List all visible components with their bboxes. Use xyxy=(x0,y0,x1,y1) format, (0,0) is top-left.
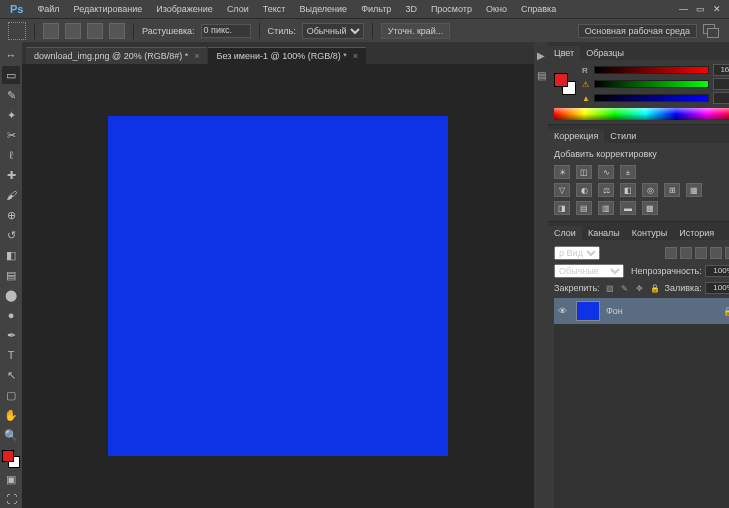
stamp-tool[interactable]: ⊕ xyxy=(2,206,20,224)
marquee-tool[interactable]: ▭ xyxy=(2,66,20,84)
b-value[interactable]: 1 xyxy=(713,92,729,104)
lasso-tool[interactable]: ✎ xyxy=(2,86,20,104)
menu-text[interactable]: Текст xyxy=(257,2,292,16)
foreground-swatch[interactable] xyxy=(2,450,14,462)
vibrance-icon[interactable]: ▽ xyxy=(554,183,570,197)
menu-select[interactable]: Выделение xyxy=(293,2,353,16)
menu-3d[interactable]: 3D xyxy=(399,2,423,16)
tab-layers[interactable]: Слои xyxy=(548,226,582,240)
workspace-switcher[interactable]: Основная рабочая среда xyxy=(578,24,697,38)
history-panel-icon[interactable]: ▶ xyxy=(534,48,548,62)
quickmask-toggle[interactable]: ▣ xyxy=(2,470,20,488)
move-tool[interactable]: ↔ xyxy=(2,46,20,64)
history-brush-tool[interactable]: ↺ xyxy=(2,226,20,244)
tab-adjustments[interactable]: Коррекция xyxy=(548,129,604,143)
menu-window[interactable]: Окно xyxy=(480,2,513,16)
visibility-toggle-icon[interactable]: 👁 xyxy=(558,306,570,316)
crop-tool[interactable]: ✂ xyxy=(2,126,20,144)
menu-image[interactable]: Изображение xyxy=(150,2,219,16)
canvas[interactable] xyxy=(108,116,448,456)
shape-tool[interactable]: ▢ xyxy=(2,386,20,404)
photofilter-icon[interactable]: ◎ xyxy=(642,183,658,197)
zoom-tool[interactable]: 🔍 xyxy=(2,426,20,444)
current-tool-icon[interactable] xyxy=(8,22,26,40)
tab-swatches[interactable]: Образцы xyxy=(580,46,630,60)
eyedropper-tool[interactable]: ℓ xyxy=(2,146,20,164)
b-slider[interactable] xyxy=(594,94,709,102)
layer-item[interactable]: 👁 Фон 🔒 xyxy=(554,298,729,324)
eraser-tool[interactable]: ◧ xyxy=(2,246,20,264)
refine-edge-button[interactable]: Уточн. край... xyxy=(381,23,451,39)
websafe-warning-icon[interactable]: ▲ xyxy=(582,94,590,103)
colorbalance-icon[interactable]: ⚖ xyxy=(598,183,614,197)
tab-channels[interactable]: Каналы xyxy=(582,226,626,240)
tab-paths[interactable]: Контуры xyxy=(626,226,673,240)
feather-input[interactable]: 0 пикс. xyxy=(201,24,251,38)
levels-icon[interactable]: ◫ xyxy=(576,165,592,179)
blend-mode-select[interactable]: Обычные xyxy=(554,264,624,278)
wand-tool[interactable]: ✦ xyxy=(2,106,20,124)
invert-icon[interactable]: ◨ xyxy=(554,201,570,215)
brush-tool[interactable]: 🖌 xyxy=(2,186,20,204)
canvas-viewport[interactable] xyxy=(22,64,534,508)
tab-color[interactable]: Цвет xyxy=(548,46,580,60)
tab-close-icon[interactable]: × xyxy=(353,51,358,61)
panel-color-swatches[interactable] xyxy=(554,73,576,95)
g-value[interactable]: 1 xyxy=(713,78,729,90)
g-slider[interactable] xyxy=(594,80,709,88)
filter-shape-icon[interactable] xyxy=(710,247,722,259)
fill-value[interactable]: 100% xyxy=(705,282,729,294)
opacity-value[interactable]: 100% xyxy=(705,265,729,277)
lock-pixels-icon[interactable]: ✎ xyxy=(619,282,631,294)
close-icon[interactable]: ✕ xyxy=(713,4,721,14)
threshold-icon[interactable]: ▥ xyxy=(598,201,614,215)
r-slider[interactable] xyxy=(594,66,709,74)
selection-intersect-button[interactable] xyxy=(109,23,125,39)
hue-icon[interactable]: ◐ xyxy=(576,183,592,197)
layer-name[interactable]: Фон xyxy=(606,306,717,316)
curves-icon[interactable]: ∿ xyxy=(598,165,614,179)
heal-tool[interactable]: ✚ xyxy=(2,166,20,184)
selection-subtract-button[interactable] xyxy=(87,23,103,39)
type-tool[interactable]: T xyxy=(2,346,20,364)
document-tab[interactable]: download_img.png @ 20% (RGB/8#) * × xyxy=(26,47,207,64)
pen-tool[interactable]: ✒ xyxy=(2,326,20,344)
menu-edit[interactable]: Редактирование xyxy=(68,2,149,16)
lock-all-icon[interactable]: 🔒 xyxy=(649,282,661,294)
color-swatches[interactable] xyxy=(2,450,20,468)
document-tab[interactable]: Без имени-1 @ 100% (RGB/8) * × xyxy=(208,47,366,64)
posterize-icon[interactable]: ▤ xyxy=(576,201,592,215)
tab-close-icon[interactable]: × xyxy=(194,51,199,61)
filter-pixel-icon[interactable] xyxy=(665,247,677,259)
path-tool[interactable]: ↖ xyxy=(2,366,20,384)
panel-foreground-swatch[interactable] xyxy=(554,73,568,87)
menu-filter[interactable]: Фильтр xyxy=(355,2,397,16)
lock-transparent-icon[interactable]: ▨ xyxy=(604,282,616,294)
hand-tool[interactable]: ✋ xyxy=(2,406,20,424)
exposure-icon[interactable]: ± xyxy=(620,165,636,179)
gamut-warning-icon[interactable]: ⚠ xyxy=(582,80,590,89)
layer-kind-filter[interactable]: ρ Вид xyxy=(554,246,600,260)
selection-new-button[interactable] xyxy=(43,23,59,39)
tab-history[interactable]: История xyxy=(673,226,720,240)
bw-icon[interactable]: ◧ xyxy=(620,183,636,197)
filter-smart-icon[interactable] xyxy=(725,247,729,259)
r-value[interactable]: 163 xyxy=(713,64,729,76)
selection-add-button[interactable] xyxy=(65,23,81,39)
brightness-icon[interactable]: ☀ xyxy=(554,165,570,179)
minimize-icon[interactable]: — xyxy=(679,4,688,14)
properties-panel-icon[interactable]: ▤ xyxy=(534,68,548,82)
blur-tool[interactable]: ⬤ xyxy=(2,286,20,304)
menu-help[interactable]: Справка xyxy=(515,2,562,16)
selectivecolor-icon[interactable]: ▩ xyxy=(642,201,658,215)
workspace-menu-icon[interactable] xyxy=(703,24,719,38)
gradient-tool[interactable]: ▤ xyxy=(2,266,20,284)
colorlookup-icon[interactable]: ▦ xyxy=(686,183,702,197)
channelmixer-icon[interactable]: ⊞ xyxy=(664,183,680,197)
menu-file[interactable]: Файл xyxy=(31,2,65,16)
layer-thumbnail[interactable] xyxy=(576,301,600,321)
dodge-tool[interactable]: ● xyxy=(2,306,20,324)
tab-styles[interactable]: Стили xyxy=(604,129,642,143)
screenmode-toggle[interactable]: ⛶ xyxy=(2,490,20,508)
maximize-icon[interactable]: ▭ xyxy=(696,4,705,14)
